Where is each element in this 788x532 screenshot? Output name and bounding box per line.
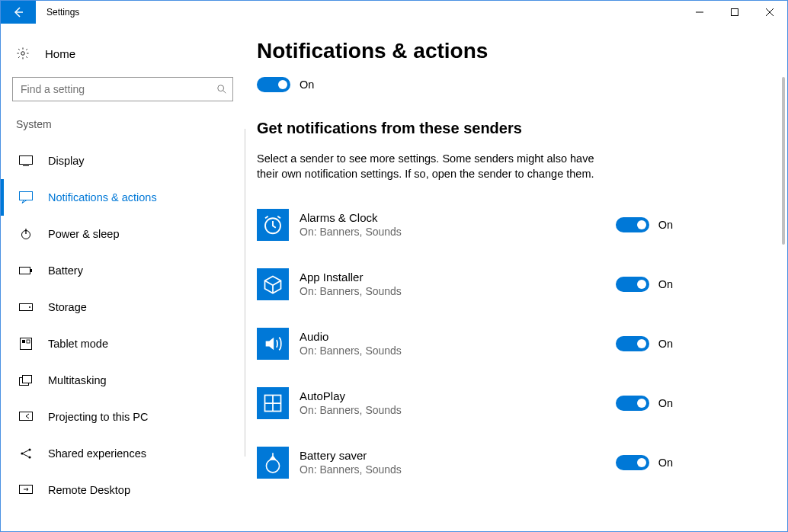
- multitasking-icon: [19, 375, 33, 386]
- sidebar-item-storage[interactable]: Storage: [1, 289, 245, 325]
- svg-point-22: [266, 459, 279, 472]
- search-icon: [216, 84, 227, 95]
- projecting-icon: [19, 412, 33, 422]
- sidebar: Home System Display Notifications & acti…: [1, 24, 245, 531]
- sender-toggle[interactable]: [616, 217, 649, 232]
- remote-icon: [19, 485, 33, 495]
- svg-point-1: [21, 52, 25, 56]
- power-icon: [19, 228, 33, 240]
- sender-status: On: Banners, Sounds: [300, 404, 616, 416]
- sender-toggle-label: On: [658, 278, 673, 290]
- divider: [245, 129, 245, 457]
- sender-toggle-label: On: [658, 338, 673, 350]
- sidebar-item-label: Projecting to this PC: [48, 411, 148, 423]
- page-title: Notifications & actions: [257, 39, 764, 63]
- display-icon: [19, 155, 33, 166]
- sidebar-item-label: Power & sleep: [48, 228, 120, 240]
- tablet-icon: [19, 338, 33, 350]
- svg-rect-7: [30, 269, 32, 272]
- sidebar-item-shared[interactable]: Shared experiences: [1, 435, 245, 472]
- sidebar-item-power[interactable]: Power & sleep: [1, 216, 245, 252]
- sidebar-item-remote[interactable]: Remote Desktop: [1, 472, 245, 508]
- scrollbar[interactable]: [775, 24, 786, 531]
- notifications-icon: [19, 191, 33, 204]
- battery-icon: [19, 266, 33, 275]
- app-title: Settings: [36, 1, 79, 24]
- section-label: System: [1, 115, 245, 143]
- gear-icon: [16, 46, 30, 60]
- sidebar-item-label: Multitasking: [48, 374, 107, 386]
- sidebar-item-label: Tablet mode: [48, 338, 108, 350]
- sender-name: Audio: [300, 330, 616, 343]
- sender-row[interactable]: Alarms & Clock On: Banners, Sounds On: [257, 204, 764, 246]
- home-label: Home: [45, 47, 75, 60]
- sender-toggle-label: On: [658, 219, 673, 231]
- sender-toggle[interactable]: [616, 336, 649, 351]
- sender-row[interactable]: Audio On: Banners, Sounds On: [257, 322, 764, 365]
- svg-rect-0: [732, 9, 738, 16]
- sidebar-item-label: Remote Desktop: [48, 484, 130, 496]
- storage-icon: [19, 303, 33, 312]
- svg-rect-11: [22, 340, 25, 343]
- audio-icon: [257, 328, 289, 360]
- sender-status: On: Banners, Sounds: [300, 345, 616, 357]
- sender-name: AutoPlay: [300, 389, 616, 402]
- svg-rect-12: [27, 340, 30, 343]
- sender-row[interactable]: AutoPlay On: Banners, Sounds On: [257, 382, 764, 425]
- sidebar-item-label: Notifications & actions: [48, 191, 157, 204]
- sender-status: On: Banners, Sounds: [300, 463, 616, 476]
- svg-rect-14: [23, 376, 32, 383]
- svg-rect-3: [20, 156, 33, 165]
- sidebar-item-label: Display: [48, 155, 85, 167]
- close-button[interactable]: [752, 1, 787, 24]
- senders-heading: Get notifications from these senders: [257, 120, 764, 137]
- search-input[interactable]: [12, 77, 233, 101]
- sender-toggle[interactable]: [616, 277, 649, 292]
- sidebar-item-label: Battery: [48, 264, 83, 277]
- main-panel: Notifications & actions On Get notificat…: [245, 24, 787, 531]
- sender-toggle-label: On: [658, 397, 673, 409]
- sender-status: On: Banners, Sounds: [300, 226, 616, 238]
- svg-rect-6: [20, 268, 30, 274]
- shared-icon: [19, 447, 33, 460]
- sidebar-item-notifications[interactable]: Notifications & actions: [1, 179, 245, 216]
- sender-name: Alarms & Clock: [300, 211, 616, 224]
- app-installer-icon: [257, 268, 289, 300]
- sender-name: App Installer: [300, 271, 616, 284]
- sender-row[interactable]: Battery saver On: Banners, Sounds On: [257, 441, 764, 484]
- svg-rect-4: [20, 192, 33, 200]
- home-button[interactable]: Home: [1, 36, 245, 71]
- sidebar-item-display[interactable]: Display: [1, 143, 245, 179]
- maximize-button[interactable]: [717, 1, 752, 24]
- sidebar-item-label: Shared experiences: [48, 447, 146, 460]
- battery-saver-icon: [257, 447, 289, 479]
- sender-toggle[interactable]: [616, 396, 649, 411]
- sender-toggle-label: On: [658, 457, 673, 469]
- sidebar-item-battery[interactable]: Battery: [1, 252, 245, 289]
- sender-row[interactable]: App Installer On: Banners, Sounds On: [257, 263, 764, 306]
- svg-point-9: [29, 306, 30, 308]
- sender-status: On: Banners, Sounds: [300, 285, 616, 297]
- sender-toggle[interactable]: [616, 455, 649, 470]
- sidebar-item-projecting[interactable]: Projecting to this PC: [1, 399, 245, 435]
- senders-description: Select a sender to see more settings. So…: [257, 151, 607, 182]
- autoplay-icon: [257, 387, 289, 419]
- alarms-clock-icon: [257, 209, 289, 241]
- sidebar-item-multitasking[interactable]: Multitasking: [1, 362, 245, 399]
- master-toggle[interactable]: [257, 77, 290, 92]
- master-toggle-label: On: [300, 79, 314, 91]
- scrollbar-thumb[interactable]: [782, 77, 785, 245]
- back-button[interactable]: [1, 1, 36, 24]
- minimize-button[interactable]: [682, 1, 717, 24]
- svg-point-2: [218, 85, 224, 91]
- sidebar-item-tablet[interactable]: Tablet mode: [1, 325, 245, 362]
- sender-name: Battery saver: [300, 449, 616, 462]
- title-bar: Settings: [1, 1, 787, 24]
- sidebar-item-label: Storage: [48, 301, 87, 313]
